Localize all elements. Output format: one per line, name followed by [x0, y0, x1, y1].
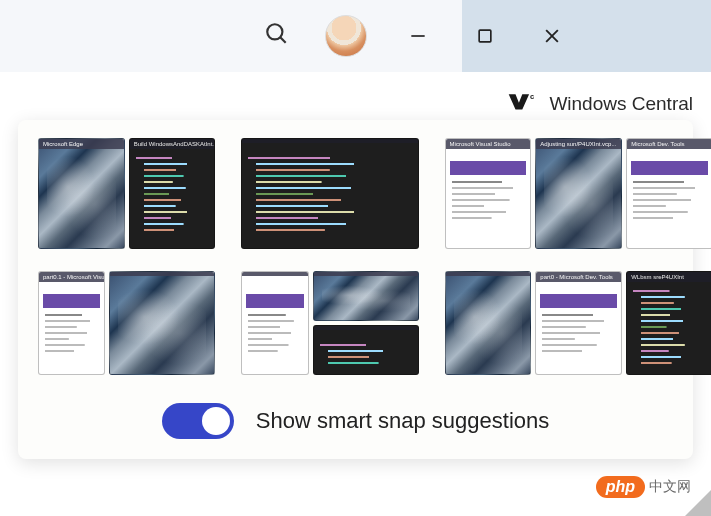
pane-title: Microsoft Edge — [39, 139, 124, 149]
snap-pane-thumbnail: Microsoft Visual Studio — [445, 138, 532, 249]
snap-pane-thumbnail — [445, 271, 532, 375]
watermark-text: Windows Central — [549, 93, 693, 115]
pane-title: Adjusting sun/P4UXInt.vcp... — [536, 139, 621, 149]
user-avatar[interactable] — [325, 15, 367, 57]
snap-pane-thumbnail: WLbsm sreP4UXInt — [626, 271, 711, 375]
snap-layout-option[interactable]: part0.1 - Microsoft Visual Studio — [36, 269, 217, 377]
smart-snap-toggle-label: Show smart snap suggestions — [256, 408, 550, 434]
pane-title: part0.1 - Microsoft Visual Studio — [39, 272, 104, 282]
snap-pane-thumbnail — [109, 271, 215, 375]
snap-layout-option[interactable]: part0 - Microsoft Dev. Tools WLbsm sreP4… — [443, 269, 675, 377]
pane-title — [242, 139, 417, 143]
svg-rect-3 — [479, 30, 491, 42]
snap-pane-thumbnail — [313, 325, 419, 375]
pane-title — [314, 326, 418, 330]
snap-layout-option[interactable]: Microsoft Edge Build WindowsAndDASKAtInt… — [36, 136, 217, 251]
smart-snap-toggle[interactable] — [162, 403, 234, 439]
pane-title — [446, 272, 531, 276]
snap-pane-thumbnail: Microsoft Edge — [38, 138, 125, 249]
php-cn-badge: php 中文网 — [596, 476, 691, 498]
snap-pane-thumbnail: Adjusting sun/P4UXInt.vcp... — [535, 138, 622, 249]
windows-central-logo-icon: c — [507, 90, 541, 117]
svg-text:c: c — [530, 92, 535, 101]
snap-pane-thumbnail — [241, 138, 418, 249]
toggle-row: Show smart snap suggestions — [36, 403, 675, 439]
minimize-button[interactable] — [402, 20, 434, 52]
svg-point-0 — [267, 24, 282, 39]
maximize-button[interactable] — [469, 20, 501, 52]
pane-title: Microsoft Visual Studio — [446, 139, 531, 149]
snap-suggestions-panel: Microsoft Edge Build WindowsAndDASKAtInt… — [18, 120, 693, 459]
snap-layout-grid: Microsoft Edge Build WindowsAndDASKAtInt… — [36, 136, 675, 377]
close-button[interactable] — [536, 20, 568, 52]
snap-pane-thumbnail: part0 - Microsoft Dev. Tools — [535, 271, 622, 375]
watermark: c Windows Central — [507, 90, 693, 117]
snap-pane-thumbnail — [241, 271, 308, 375]
snap-layout-option[interactable] — [239, 136, 420, 251]
snap-pane-thumbnail: Build WindowsAndDASKAtInt.vcp... — [129, 138, 216, 249]
php-pill: php — [596, 476, 645, 498]
window-titlebar — [0, 0, 711, 72]
search-icon[interactable] — [264, 21, 290, 51]
pane-title: WLbsm sreP4UXInt — [627, 272, 711, 282]
pane-title: Build WindowsAndDASKAtInt.vcp... — [130, 139, 215, 149]
pane-title — [314, 272, 418, 276]
pane-title: Microsoft Dev. Tools — [627, 139, 711, 149]
snap-pane-thumbnail: part0.1 - Microsoft Visual Studio — [38, 271, 105, 375]
pane-title — [110, 272, 214, 276]
svg-line-1 — [280, 37, 285, 42]
corner-fold-icon — [685, 490, 711, 516]
snap-layout-option[interactable] — [239, 269, 420, 377]
snap-pane-thumbnail — [313, 271, 419, 321]
pane-title: part0 - Microsoft Dev. Tools — [536, 272, 621, 282]
snap-pane-thumbnail: Microsoft Dev. Tools — [626, 138, 711, 249]
pane-title — [242, 272, 307, 276]
snap-layout-option[interactable]: Microsoft Visual Studio Adjusting sun/P4… — [443, 136, 675, 251]
